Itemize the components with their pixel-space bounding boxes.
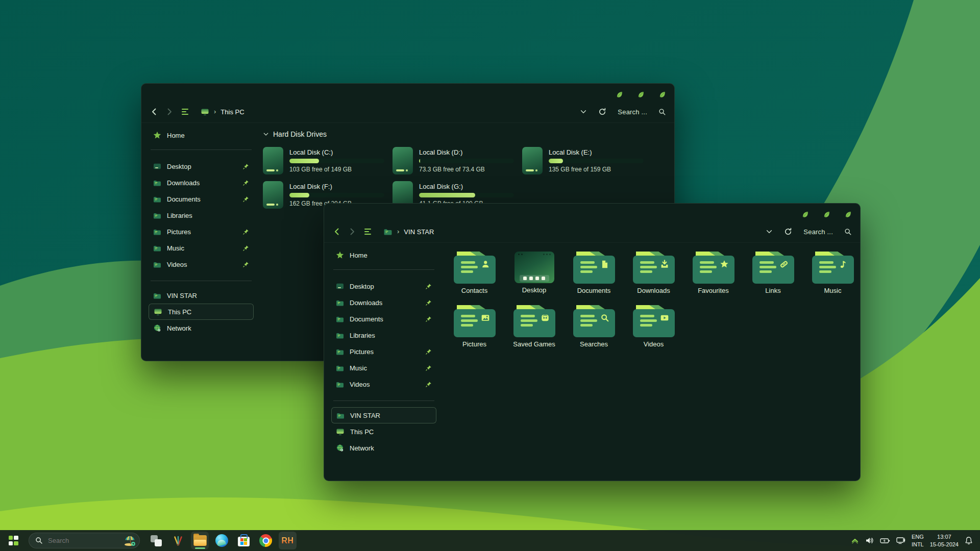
sidebar-divider [151,281,252,281]
sidebar-item-label: Music [350,364,367,372]
sidebar-item-videos[interactable]: Videos [331,376,436,392]
sidebar-item-music[interactable]: Music [149,240,254,256]
folder-tile-links[interactable]: Links [743,251,803,294]
pin-icon [426,316,432,322]
language-line-2: INTL [912,541,924,548]
sidebar-item-desktop[interactable]: Desktop [149,158,254,174]
tray-expand-chevron-icon[interactable] [851,537,859,544]
folder-tile-downloads[interactable]: Downloads [624,251,683,294]
volume-icon[interactable] [865,537,874,544]
sidebar-item-this-pc[interactable]: This PC [149,304,254,320]
sidebar-item-downloads[interactable]: Downloads [149,174,254,191]
sidebar-item-libraries[interactable]: Libraries [331,327,436,343]
sidebar-item-home[interactable]: Home [149,127,254,143]
breadcrumb-label[interactable]: VIN STAR [404,228,434,236]
folder-tile-saved-games[interactable]: Saved Games [504,305,564,348]
task-view-button[interactable] [147,532,165,549]
forward-button[interactable] [348,228,356,236]
hard-drive-icon [263,147,283,174]
folder-tile-music[interactable]: Music [803,251,863,294]
maximize-leaf-button[interactable] [637,91,645,98]
clock[interactable]: 13:07 15-05-2024 [930,533,959,548]
refresh-button[interactable] [598,108,606,116]
maximize-leaf-button[interactable] [823,211,830,218]
sidebar-item-desktop[interactable]: Desktop [331,278,436,294]
search-icon[interactable] [658,108,666,116]
folder-icon [336,412,345,419]
system-tray: ENG INTL 13:07 15-05-2024 [851,533,975,548]
edge-button[interactable] [213,532,231,549]
back-button[interactable] [332,228,341,236]
section-header-hard-disk-drives[interactable]: Hard Disk Drives [263,130,666,138]
sidebar-item-vin-star[interactable]: VIN STAR [149,287,254,304]
microsoft-store-button[interactable] [235,532,253,549]
sidebar-item-home[interactable]: Home [331,247,436,263]
folder-tile-favourites[interactable]: Favourites [683,251,743,294]
taskbar: RH ENG INTL 13:07 15-05-2024 [0,530,980,551]
view-dropdown-chevron[interactable] [580,108,587,115]
recent-locations-menu-icon[interactable] [182,109,188,115]
drive-item-c[interactable]: Local Disk (C:) 103 GB free of 149 GB [263,146,393,176]
back-button[interactable] [150,108,158,116]
recent-locations-menu-icon[interactable] [364,229,371,235]
folder-tile-desktop[interactable]: Desktop [504,251,564,294]
folder-icon [153,261,161,268]
pin-icon [243,261,249,267]
sidebar-item-label: VIN STAR [167,292,197,299]
breadcrumb[interactable]: › This PC [201,108,244,116]
files-content: Contacts Desktop [442,243,863,481]
sidebar-item-label: Documents [350,315,383,323]
sidebar-item-label: Libraries [350,332,375,339]
minimize-leaf-button[interactable] [801,211,809,218]
file-explorer-button[interactable] [191,532,209,549]
chrome-button[interactable] [257,532,275,549]
search-box[interactable]: Search ... [803,228,833,236]
sidebar-item-pictures[interactable]: Pictures [149,223,254,240]
drive-item-e[interactable]: Local Disk (E:) 135 GB free of 159 GB [522,146,652,176]
sidebar-item-documents[interactable]: Documents [149,191,254,207]
paint-app-button[interactable] [169,532,187,549]
minimize-leaf-button[interactable] [616,91,623,98]
close-leaf-button[interactable] [844,211,852,218]
folder-icon [454,305,496,337]
search-input[interactable] [47,536,120,545]
search-icon[interactable] [844,228,852,236]
sidebar-item-music[interactable]: Music [331,360,436,376]
folder-tile-videos[interactable]: Videos [624,305,683,348]
drive-usage-bar [419,193,514,197]
desktop: › This PC Search ... Home Desktop [0,0,980,551]
folder-tile-pictures[interactable]: Pictures [445,305,504,348]
sidebar-item-network[interactable]: Network [331,440,436,456]
forward-button[interactable] [165,108,174,116]
breadcrumb-label[interactable]: This PC [220,108,244,116]
battery-charging-icon[interactable] [880,537,890,544]
view-dropdown-chevron[interactable] [766,228,773,235]
sidebar-item-this-pc[interactable]: This PC [331,423,436,440]
sidebar-item-videos[interactable]: Videos [149,256,254,272]
drive-item-d[interactable]: Local Disk (D:) 73.3 GB free of 73.4 GB [393,146,522,176]
folder-tile-contacts[interactable]: Contacts [445,251,504,294]
chrome-icon [259,534,272,547]
close-leaf-button[interactable] [658,91,666,98]
rh-app-button[interactable]: RH [279,532,297,549]
sidebar-item-downloads[interactable]: Downloads [331,294,436,311]
folder-tile-documents[interactable]: Documents [564,251,624,294]
folder-tile-searches[interactable]: Searches [564,305,624,348]
sidebar-item-libraries[interactable]: Libraries [149,207,254,223]
language-indicator[interactable]: ENG INTL [912,533,924,548]
pin-icon [426,381,432,387]
search-box[interactable]: Search ... [618,108,647,116]
sidebar-item-documents[interactable]: Documents [331,311,436,327]
taskbar-search[interactable] [29,533,140,548]
notification-bell-icon[interactable] [965,536,973,545]
sidebar-item-vin-star[interactable]: VIN STAR [331,407,436,423]
this-pc-icon [154,308,162,316]
cast-display-icon[interactable] [896,537,905,544]
breadcrumb[interactable]: › VIN STAR [383,228,434,236]
refresh-button[interactable] [784,228,792,236]
folder-icon [573,305,615,337]
sidebar-item-label: Downloads [350,299,382,307]
sidebar-item-pictures[interactable]: Pictures [331,343,436,360]
start-button[interactable] [5,533,21,549]
sidebar-item-network[interactable]: Network [149,320,254,336]
